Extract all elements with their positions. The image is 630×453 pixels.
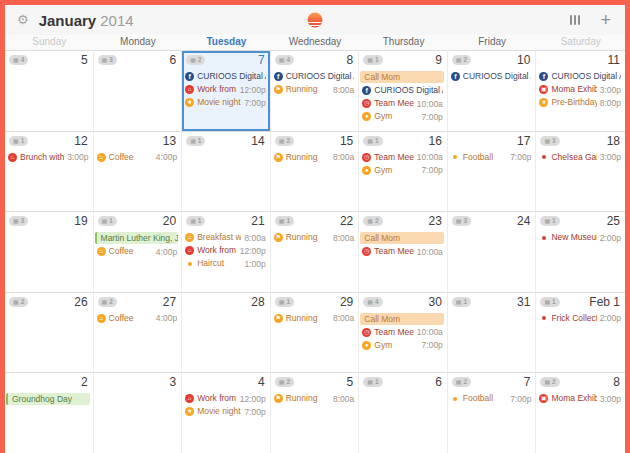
event-title: Moma Exhibition bbox=[551, 83, 596, 96]
day-cell[interactable]: 13☕Coffee4:00p bbox=[94, 131, 183, 212]
event-row[interactable]: ★Movie night7:00p bbox=[182, 96, 270, 109]
day-number: 29 bbox=[340, 296, 353, 309]
day-cell[interactable]: ▦122⚑Running8:00a bbox=[271, 211, 360, 292]
day-cell[interactable]: ▦27fCURIOOS Digital Art…⌂Work from ho…12… bbox=[182, 50, 271, 131]
event-icon: ★ bbox=[185, 98, 194, 107]
day-cell[interactable]: ▦112♨Brunch with Jer…3:00p bbox=[5, 131, 94, 212]
day-cell[interactable]: 11fCURIOOS Digital Art…▣Moma Exhibition3… bbox=[536, 50, 625, 131]
event-row[interactable]: ⌂Work from ho…12:00p bbox=[182, 392, 270, 405]
event-row[interactable]: ⚑Running8:00a bbox=[271, 312, 359, 325]
event-row[interactable]: fCURIOOS Digital Art… bbox=[271, 70, 359, 83]
event-row[interactable]: fCURIOOS Digital Art… bbox=[359, 84, 447, 97]
all-day-event[interactable]: Call Mom bbox=[360, 232, 444, 244]
event-row[interactable]: ●Gym7:00p bbox=[359, 110, 447, 123]
day-cell[interactable]: ▦121☕Breakfast with…8:00a⌂Work from ho…1… bbox=[182, 211, 271, 292]
event-row[interactable]: fCURIOOS Digital Art… bbox=[536, 70, 625, 83]
event-time: 3:00p bbox=[600, 152, 621, 162]
event-row[interactable]: ☕Coffee4:00p bbox=[94, 312, 182, 325]
event-row[interactable]: Haircut1:00p bbox=[182, 257, 270, 270]
day-number: 20 bbox=[163, 215, 176, 228]
event-icon: ★ bbox=[539, 98, 548, 107]
day-number: Feb 1 bbox=[589, 296, 620, 309]
day-cell[interactable]: ▦16 bbox=[359, 372, 448, 453]
day-cell[interactable]: ▦129⚑Running8:00a bbox=[271, 292, 360, 373]
event-time: 2:00p bbox=[600, 233, 621, 243]
event-time: 2:00p bbox=[600, 313, 621, 323]
day-cell[interactable]: ▦48fCURIOOS Digital Art…⚑Running8:00a bbox=[271, 50, 360, 131]
day-cell[interactable]: ▦319 bbox=[5, 211, 94, 292]
event-row[interactable]: ◷Team Meeting10:00a bbox=[359, 97, 447, 110]
event-row[interactable]: ☕Coffee4:00p bbox=[94, 245, 182, 258]
event-count-badge: ▦1 bbox=[540, 216, 559, 226]
event-row[interactable]: ☕Coffee4:00p bbox=[94, 151, 182, 164]
event-row[interactable]: Football7:00p bbox=[448, 392, 536, 405]
day-cell[interactable]: ▦131 bbox=[448, 292, 537, 373]
add-event-icon[interactable]: + bbox=[600, 12, 611, 28]
event-row[interactable]: fCURIOOS Digital Art… bbox=[448, 70, 536, 83]
event-row[interactable]: ⚑Running8:00a bbox=[271, 392, 359, 405]
day-cell[interactable]: ▦25⚑Running8:00a bbox=[271, 372, 360, 453]
event-row[interactable]: ★Pre-Birthday Di…8:00p bbox=[536, 96, 625, 109]
event-row[interactable]: ●Gym7:00p bbox=[359, 164, 447, 177]
day-cell[interactable]: ▦116◷Team Meeting10:00a●Gym7:00p bbox=[359, 131, 448, 212]
event-row[interactable]: ◷Team Meeting10:00a bbox=[359, 245, 447, 258]
event-row[interactable]: ⚑Running8:00a bbox=[271, 83, 359, 96]
day-cell[interactable]: 17Football7:00p bbox=[448, 131, 537, 212]
day-cell[interactable]: 4⌂Work from ho…12:00p★Movie night7:00p bbox=[182, 372, 271, 453]
day-cell[interactable]: 3 bbox=[94, 372, 183, 453]
event-row[interactable]: ★Movie night7:00p bbox=[182, 405, 270, 418]
all-day-event[interactable]: Call Mom bbox=[360, 313, 444, 325]
day-cell[interactable]: ▦27Football7:00p bbox=[448, 372, 537, 453]
settings-gear-icon[interactable]: ⚙ bbox=[17, 5, 29, 35]
day-cell[interactable]: 28 bbox=[182, 292, 271, 373]
day-cell[interactable]: ▦114 bbox=[182, 131, 271, 212]
event-row[interactable]: ●Gym7:00p bbox=[359, 339, 447, 352]
day-cell[interactable]: ▦19Call MomfCURIOOS Digital Art…◷Team Me… bbox=[359, 50, 448, 131]
day-cell[interactable]: ▦223Call Mom◷Team Meeting10:00a bbox=[359, 211, 448, 292]
day-cell[interactable]: ▦1Feb 1Frick Collection2:00p bbox=[536, 292, 625, 373]
sunrise-logo-icon[interactable] bbox=[308, 13, 323, 28]
event-row[interactable]: ☕Breakfast with…8:00a bbox=[182, 231, 270, 244]
day-cell[interactable]: ▦226 bbox=[5, 292, 94, 373]
event-row[interactable]: Football7:00p bbox=[448, 151, 536, 164]
event-row[interactable]: Frick Collection2:00p bbox=[536, 312, 625, 325]
day-cell[interactable]: ▦324 bbox=[448, 211, 537, 292]
event-row[interactable]: New Museum2:00p bbox=[536, 231, 625, 244]
day-number: 5 bbox=[347, 376, 354, 389]
event-row[interactable]: ▣Moma Exhibition3:00p bbox=[536, 392, 625, 405]
list-view-icon[interactable] bbox=[570, 15, 580, 25]
day-cell[interactable]: ▦210fCURIOOS Digital Art… bbox=[448, 50, 537, 131]
day-cell[interactable]: ▦318Chelsea Gallery3:00p bbox=[536, 131, 625, 212]
event-row[interactable]: ⚑Running8:00a bbox=[271, 231, 359, 244]
day-cell[interactable]: 2Groundhog Day bbox=[5, 372, 94, 453]
event-row[interactable]: fCURIOOS Digital Art… bbox=[182, 70, 270, 83]
event-row[interactable]: ♨Brunch with Jer…3:00p bbox=[5, 151, 93, 164]
event-icon: ● bbox=[362, 112, 371, 121]
event-row[interactable]: Chelsea Gallery3:00p bbox=[536, 151, 625, 164]
all-day-event[interactable]: Call Mom bbox=[360, 71, 444, 83]
event-icon: f bbox=[185, 72, 194, 81]
day-cell[interactable]: ▦45 bbox=[5, 50, 94, 131]
day-cell[interactable]: ▦430Call Mom◷Team Meeting10:00a●Gym7:00p bbox=[359, 292, 448, 373]
day-cell[interactable]: ▦125New Museum2:00p bbox=[536, 211, 625, 292]
event-time: 8:00a bbox=[333, 394, 354, 404]
event-row[interactable]: ◷Team Meeting10:00a bbox=[359, 151, 447, 164]
all-day-event[interactable]: Groundhog Day bbox=[6, 393, 90, 405]
day-cell[interactable]: ▦120Martin Luther King, Jr's…☕Coffee4:00… bbox=[94, 211, 183, 292]
all-day-event[interactable]: Martin Luther King, Jr's… bbox=[95, 232, 179, 244]
day-cell[interactable]: ▦227☕Coffee4:00p bbox=[94, 292, 183, 373]
event-count-badge: ▦2 bbox=[275, 377, 294, 387]
day-cell[interactable]: ▦36 bbox=[94, 50, 183, 131]
badge-count: 1 bbox=[286, 216, 290, 226]
day-cell[interactable]: ▦215⚑Running8:00a bbox=[271, 131, 360, 212]
event-row[interactable]: ⌂Work from ho…12:00p bbox=[182, 244, 270, 257]
event-title: Football bbox=[463, 392, 507, 405]
event-time: 4:00p bbox=[156, 313, 177, 323]
day-cell[interactable]: ▦28▣Moma Exhibition3:00p bbox=[536, 372, 625, 453]
event-row[interactable]: ⌂Work from ho…12:00p bbox=[182, 83, 270, 96]
event-dot bbox=[542, 316, 546, 320]
event-row[interactable]: ⚑Running8:00a bbox=[271, 151, 359, 164]
event-count-badge: ▦2 bbox=[363, 216, 382, 226]
event-row[interactable]: ▣Moma Exhibition3:00p bbox=[536, 83, 625, 96]
event-row[interactable]: ◷Team Meeting10:00a bbox=[359, 326, 447, 339]
